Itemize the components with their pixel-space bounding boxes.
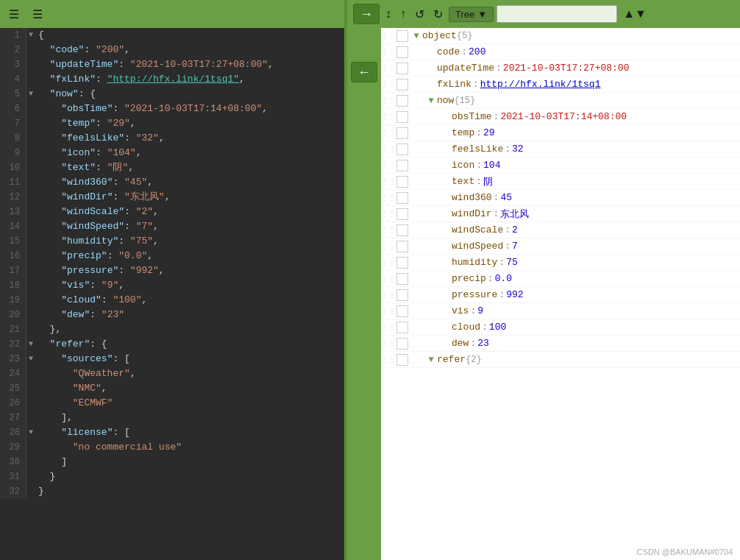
hamburger1-button[interactable]: ☰	[6, 6, 22, 23]
tree-key: feelsLike	[452, 143, 503, 155]
tree-key: cloud	[452, 322, 480, 333]
tree-row: ⋮⋮ precip : 0.0	[381, 271, 740, 287]
arrow-left-button[interactable]: ←	[351, 62, 377, 82]
tree-checkbox[interactable]	[396, 224, 408, 236]
tree-checkbox[interactable]	[396, 354, 408, 366]
tree-toggle[interactable]: ▼	[410, 31, 422, 41]
json-line: 25 "NMC",	[0, 381, 344, 396]
tree-indent	[410, 273, 440, 284]
line-number: 18	[0, 278, 26, 293]
drag-handle-icon: ⋮⋮	[381, 194, 394, 202]
tree-checkbox[interactable]	[396, 176, 408, 188]
line-arrow[interactable]: ▼	[26, 28, 35, 43]
line-content: "temp": "29",	[35, 116, 136, 131]
tree-value: 200	[469, 46, 485, 57]
json-editor[interactable]: 1▼{2 "code": "200",3 "updateTime": "2021…	[0, 28, 344, 560]
drag-handle-icon: ⋮⋮	[381, 80, 394, 89]
tree-checkbox[interactable]	[396, 143, 408, 155]
redo-button[interactable]: ↻	[430, 6, 446, 23]
tree-value: 32	[512, 143, 524, 155]
line-number: 15	[0, 234, 26, 249]
line-content: "refer": {	[35, 337, 107, 352]
tree-row: ⋮⋮ ▼now {15}	[381, 93, 740, 109]
line-content: "pressure": "992",	[35, 263, 165, 278]
json-line: 23▼ "sources": [	[0, 352, 344, 366]
tree-checkbox[interactable]	[396, 257, 408, 269]
move-up-button[interactable]: ↑	[397, 6, 409, 22]
drag-handle-icon: ⋮⋮	[381, 242, 394, 251]
line-arrow[interactable]: ▼	[26, 425, 35, 440]
tree-row: ⋮⋮ ▼refer {2}	[381, 352, 740, 368]
tree-count: {5}	[457, 31, 473, 41]
line-number: 26	[0, 396, 26, 411]
tree-checkbox[interactable]	[396, 160, 408, 171]
tree-key: precip	[452, 273, 486, 284]
arrow-right-button[interactable]: →	[353, 4, 380, 24]
tree-checkbox[interactable]	[396, 338, 408, 350]
tree-value: http://hfx.link/1tsq1	[480, 79, 601, 90]
tree-dropdown-icon: ▼	[477, 9, 487, 20]
tree-checkbox[interactable]	[396, 79, 408, 91]
tree-indent	[410, 257, 440, 268]
tree-indent	[410, 143, 440, 155]
toolbar: ☰ ☰ → ↕ ↑ ↺ ↻ Tree ▼ ▲▼	[0, 0, 740, 28]
tree-row: ⋮⋮ fxLink : http://hfx.link/1tsq1	[381, 77, 740, 93]
line-number: 27	[0, 411, 26, 425]
json-line: 9 "icon": "104",	[0, 146, 344, 160]
json-line: 2 "code": "200",	[0, 43, 344, 57]
tree-dropdown-button[interactable]: Tree ▼	[449, 7, 494, 22]
line-content: "sources": [	[35, 352, 130, 366]
tree-checkbox[interactable]	[396, 111, 408, 123]
line-number: 16	[0, 249, 26, 263]
tree-checkbox[interactable]	[396, 127, 408, 139]
tree-key: fxLink	[437, 79, 472, 90]
json-line: 5▼ "now": {	[0, 87, 344, 102]
tree-indent	[410, 241, 440, 252]
search-input[interactable]	[497, 5, 617, 23]
line-arrow[interactable]: ▼	[26, 352, 35, 366]
hamburger2-button[interactable]: ☰	[29, 6, 46, 23]
json-line: 30 ]	[0, 455, 344, 469]
line-content: "cloud": "100",	[35, 293, 147, 308]
tree-checkbox[interactable]	[396, 273, 408, 285]
tree-key: temp	[452, 127, 474, 138]
tree-separator: :	[496, 63, 502, 74]
line-number: 10	[0, 160, 26, 175]
drag-handle-icon: ⋮⋮	[381, 291, 394, 300]
line-content: "vis": "9",	[35, 278, 124, 293]
tree-checkbox[interactable]	[396, 241, 408, 252]
line-content: ]	[35, 455, 67, 469]
tree-checkbox[interactable]	[396, 289, 408, 301]
undo-button[interactable]: ↺	[412, 6, 427, 23]
line-content: {	[35, 28, 44, 43]
tree-toggle[interactable]: ▼	[425, 355, 437, 365]
tree-checkbox[interactable]	[396, 208, 408, 220]
line-content: }	[35, 469, 55, 484]
tree-indent	[410, 354, 425, 365]
tree-checkbox[interactable]	[396, 305, 408, 317]
tree-view[interactable]: ⋮⋮ ▼object {5}⋮⋮ code : 200⋮⋮ updateTime…	[381, 28, 740, 560]
tree-checkbox[interactable]	[396, 63, 408, 74]
line-arrow[interactable]: ▼	[26, 87, 35, 102]
line-content: }	[35, 484, 44, 499]
tree-separator: :	[461, 46, 467, 57]
tree-checkbox[interactable]	[396, 46, 408, 58]
tree-indent	[410, 127, 440, 138]
search-options-button[interactable]: ▲▼	[620, 6, 650, 22]
json-line: 12 "windDir": "东北风",	[0, 190, 344, 205]
line-content: "text": "阴",	[35, 160, 134, 175]
drag-handle-icon: ⋮⋮	[381, 48, 394, 57]
tree-checkbox[interactable]	[396, 322, 408, 333]
tree-checkbox[interactable]	[396, 30, 408, 42]
line-content: "license": [	[35, 425, 130, 440]
line-arrow[interactable]: ▼	[26, 337, 35, 352]
tree-indent	[410, 289, 440, 300]
tree-key: obsTime	[452, 111, 492, 122]
tree-checkbox[interactable]	[396, 192, 408, 204]
tree-checkbox[interactable]	[396, 95, 408, 107]
tree-toggle[interactable]: ▼	[425, 96, 437, 106]
up-down-button[interactable]: ↕	[383, 6, 394, 22]
tree-row: ⋮⋮ humidity : 75	[381, 255, 740, 271]
tree-value: 9	[477, 305, 483, 316]
json-line: 15 "humidity": "75",	[0, 234, 344, 249]
